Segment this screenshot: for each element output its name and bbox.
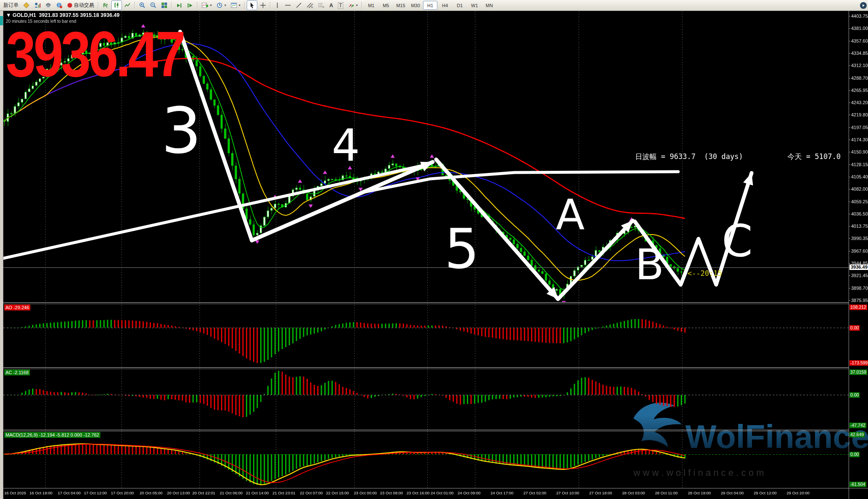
tab-timeframe-m15[interactable]: M15 xyxy=(394,1,408,10)
line-chart-button[interactable] xyxy=(122,0,133,10)
toolbar-corner-icon[interactable] xyxy=(860,2,867,9)
zoom-in-icon xyxy=(139,2,146,8)
tile-windows-button[interactable] xyxy=(159,0,170,10)
zoom-out-button[interactable] xyxy=(148,0,159,10)
tab-timeframe-h1[interactable]: H1 xyxy=(423,1,437,10)
tab-timeframe-mn[interactable]: MN xyxy=(482,1,496,10)
zoom-in-button[interactable] xyxy=(137,0,148,10)
horizontal-line-icon xyxy=(285,3,291,8)
tab-timeframe-m1[interactable]: M1 xyxy=(364,1,378,10)
toolbar-separator xyxy=(135,2,135,9)
market-watch-icon xyxy=(23,2,30,8)
bar-chart-icon xyxy=(102,2,109,8)
dropdown-caret-icon: ▾ xyxy=(224,3,226,7)
chart-shift-icon xyxy=(187,2,193,8)
crosshair-button[interactable] xyxy=(258,0,268,10)
data-window-button[interactable] xyxy=(32,0,43,10)
auto-trading-icon xyxy=(67,3,73,8)
add-indicator-icon xyxy=(202,2,208,8)
tile-windows-icon xyxy=(161,2,167,8)
trendline-icon xyxy=(296,2,302,8)
fibonacci-icon: F xyxy=(318,2,325,8)
crosshair-icon xyxy=(260,2,266,8)
auto-scroll-icon xyxy=(176,2,182,8)
new-order-label: 新订单 xyxy=(3,2,19,9)
window-left-frame xyxy=(0,11,3,499)
bar-chart-button[interactable] xyxy=(100,0,111,10)
tab-timeframe-m5[interactable]: M5 xyxy=(379,1,393,10)
arrows-button[interactable]: ▾ xyxy=(346,0,360,10)
line-chart-icon xyxy=(124,2,131,8)
cursor-button[interactable] xyxy=(247,0,257,10)
template-button[interactable]: ▾ xyxy=(229,0,243,10)
tab-timeframe-h4[interactable]: H4 xyxy=(438,1,452,10)
toolbar-separator xyxy=(197,2,198,9)
text-a-icon: A xyxy=(329,3,333,8)
indicators-button[interactable]: ▾ xyxy=(199,0,214,10)
trading-terminal-window: 新订单 自动交易 xyxy=(0,0,868,499)
headset-icon xyxy=(45,2,51,8)
dropdown-caret-icon: ▾ xyxy=(239,3,240,7)
toolbar-separator xyxy=(244,2,245,9)
auto-trading-label: 自动交易 xyxy=(74,2,94,9)
auto-trading-button[interactable]: 自动交易 xyxy=(65,0,96,10)
equidistant-channel-icon: E xyxy=(307,2,313,8)
channel-button[interactable]: E xyxy=(305,0,315,10)
tab-timeframe-d1[interactable]: D1 xyxy=(453,1,467,10)
chart-shift-button[interactable] xyxy=(185,0,195,10)
globe-icon xyxy=(56,2,62,8)
market-watch-button[interactable] xyxy=(21,0,32,10)
toolbar-separator xyxy=(270,2,271,9)
toolbar-separator xyxy=(361,2,362,9)
text-label-button[interactable]: T xyxy=(336,0,345,10)
arrows-icon xyxy=(348,2,354,8)
dropdown-caret-icon: ▾ xyxy=(210,3,212,7)
periods-button[interactable]: ▾ xyxy=(214,0,228,10)
tab-timeframe-w1[interactable]: W1 xyxy=(467,1,482,10)
zoom-out-icon xyxy=(150,2,156,8)
main-toolbar: 新订单 自动交易 xyxy=(0,0,868,11)
terminal-button[interactable] xyxy=(54,0,65,10)
candlestick-chart-icon xyxy=(113,2,120,8)
vertical-line-button[interactable] xyxy=(272,0,282,10)
candlestick-chart-button[interactable] xyxy=(111,0,122,10)
svg-text:E: E xyxy=(311,6,313,8)
person-chart-icon xyxy=(34,2,40,8)
new-order-button[interactable]: 新订单 xyxy=(1,0,21,10)
template-icon xyxy=(231,2,237,8)
window-tab-marker xyxy=(0,16,3,25)
toolbar-separator xyxy=(171,2,172,9)
svg-text:F: F xyxy=(323,6,324,8)
text-label-icon: T xyxy=(338,2,343,9)
dropdown-caret-icon: ▾ xyxy=(356,3,358,7)
cursor-icon xyxy=(249,2,255,8)
navigator-button[interactable] xyxy=(43,0,54,10)
chart-canvas[interactable] xyxy=(0,0,868,499)
trendline-button[interactable] xyxy=(294,0,304,10)
auto-scroll-button[interactable] xyxy=(174,0,184,10)
text-button[interactable]: A xyxy=(327,0,335,10)
clock-icon xyxy=(216,2,223,8)
toolbar-separator xyxy=(98,2,99,9)
fibonacci-button[interactable]: F xyxy=(316,0,327,10)
tab-timeframe-m30[interactable]: M30 xyxy=(408,1,423,10)
horizontal-line-button[interactable] xyxy=(283,0,293,10)
vertical-line-icon xyxy=(275,2,280,8)
